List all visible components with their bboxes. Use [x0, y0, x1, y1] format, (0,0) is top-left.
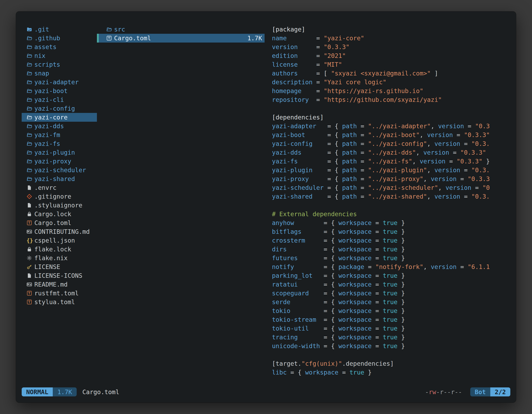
preview-line: serde = { workspace = true } [272, 298, 511, 306]
markdown-icon [27, 282, 34, 287]
file-name: README.md [34, 281, 68, 288]
preview-line: yazi-boot = { path = "../yazi-boot", ver… [272, 131, 511, 139]
preview-line: libc = { workspace = true } [272, 368, 511, 377]
file-name: yazi-scheduler [34, 166, 86, 174]
preview-line: unicode-width = { workspace = true } [272, 342, 511, 350]
preview-pane: [package]name = "yazi-core"version = "0.… [272, 25, 511, 377]
file-item-LICENSE[interactable]: LICENSE [22, 262, 97, 271]
file-item-yazi-cli[interactable]: yazi-cli [22, 95, 97, 104]
file-item-.gitignore[interactable]: .gitignore [22, 192, 97, 201]
file-name: yazi-adapter [34, 78, 79, 86]
preview-line: # External dependencies [272, 210, 511, 219]
status-left: NORMAL 1.7K Cargo.toml [22, 387, 119, 396]
file-item-Cargo.lock[interactable]: Cargo.lock [22, 210, 97, 219]
preview-line: name = "yazi-core" [272, 34, 511, 43]
position-badge: Bot [470, 387, 490, 396]
file-item-yazi-boot[interactable]: yazi-boot [22, 87, 97, 95]
mode-badge: NORMAL [22, 387, 53, 396]
preview-line: [target."cfg(unix)".dependencies] [272, 359, 511, 368]
file-item-README.md[interactable]: README.md [22, 280, 97, 289]
preview-line: parking_lot = { workspace = true } [272, 271, 511, 280]
cursor-marker [97, 34, 99, 43]
file-name: yazi-shared [34, 175, 75, 183]
file-item-snap[interactable]: snap [22, 69, 97, 78]
file-name: yazi-proxy [34, 158, 71, 165]
preview-line: tokio = { workspace = true } [272, 306, 511, 315]
preview-line: version = "0.3.3" [272, 43, 511, 51]
file-item-cspell.json[interactable]: {}cspell.json [22, 236, 97, 245]
preview-line: scopeguard = { workspace = true } [272, 289, 511, 298]
preview-line [272, 350, 511, 359]
file-item-yazi-adapter[interactable]: yazi-adapter [22, 78, 97, 87]
file-item-src[interactable]: src [97, 25, 265, 34]
file-item-yazi-fs[interactable]: yazi-fs [22, 139, 97, 148]
folder-icon [27, 71, 34, 76]
file-name: yazi-fm [34, 131, 60, 138]
preview-line: tokio-stream = { workspace = true } [272, 315, 511, 324]
file-item-yazi-proxy[interactable]: yazi-proxy [22, 157, 97, 166]
file-item-yazi-plugin[interactable]: yazi-plugin [22, 148, 97, 157]
file-name: src [114, 26, 125, 33]
file-item-.git[interactable]: .git [22, 25, 97, 34]
file-item-yazi-dds[interactable]: yazi-dds [22, 122, 97, 131]
file-name: CONTRIBUTING.md [34, 228, 90, 235]
file-item-scripts[interactable]: scripts [22, 60, 97, 69]
preview-line: dirs = { workspace = true } [272, 245, 511, 254]
preview-line: yazi-scheduler = { path = "../yazi-sched… [272, 183, 511, 192]
git-folder-icon [27, 27, 34, 32]
preview-line: notify = { package = "notify-fork", vers… [272, 262, 511, 271]
file-name: LICENSE [34, 263, 60, 270]
file-name: .envrc [34, 184, 57, 191]
file-item-Cargo.toml[interactable]: Cargo.toml1.7K [97, 34, 265, 43]
preview-line: futures = { workspace = true } [272, 254, 511, 262]
file-item-yazi-config[interactable]: yazi-config [22, 104, 97, 113]
file-name: LICENSE-ICONS [34, 272, 82, 279]
file-name: scripts [34, 61, 60, 68]
folder-icon [27, 115, 34, 120]
file-item-rustfmt.toml[interactable]: rustfmt.toml [22, 289, 97, 298]
file-item-.styluaignore[interactable]: .styluaignore [22, 201, 97, 210]
preview-line: yazi-adapter = { path = "../yazi-adapter… [272, 122, 511, 131]
file-item-yazi-shared[interactable]: yazi-shared [22, 174, 97, 183]
folder-icon [27, 35, 34, 41]
file-item-.github[interactable]: .github [22, 34, 97, 43]
toml-icon [27, 290, 34, 296]
file-item-yazi-fm[interactable]: yazi-fm [22, 131, 97, 139]
file-item-yazi-core[interactable]: yazi-core [22, 113, 97, 122]
file-name: rustfmt.toml [34, 290, 79, 297]
preview-line: ratatui = { workspace = true } [272, 280, 511, 289]
file-item-Cargo.toml[interactable]: Cargo.toml [22, 219, 97, 227]
preview-line: description = "Yazi core logic" [272, 78, 511, 87]
file-item-stylua.toml[interactable]: stylua.toml [22, 298, 97, 306]
file-item-nix[interactable]: nix [22, 51, 97, 60]
file-item-yazi-scheduler[interactable]: yazi-scheduler [22, 166, 97, 174]
folder-icon [27, 53, 34, 58]
file-name: nix [34, 52, 45, 59]
folder-icon [27, 141, 34, 146]
folder-icon [27, 44, 34, 50]
preview-line: yazi-dds = { path = "../yazi-dds", versi… [272, 148, 511, 157]
file-name: Cargo.toml [114, 35, 151, 42]
markdown-icon [27, 229, 34, 234]
preview-line: yazi-config = { path = "../yazi-config",… [272, 139, 511, 148]
file-item-CONTRIBUTING.md[interactable]: CONTRIBUTING.md [22, 227, 97, 236]
file-item-LICENSE-ICONS[interactable]: LICENSE-ICONS [22, 271, 97, 280]
key-icon [27, 264, 34, 270]
preview-line: edition = "2021" [272, 51, 511, 60]
file-name: snap [34, 70, 49, 77]
folder-icon [27, 150, 34, 155]
file-name: .git [34, 26, 49, 33]
folder-icon [27, 62, 34, 67]
file-item-assets[interactable]: assets [22, 43, 97, 51]
folder-icon [27, 167, 34, 173]
gear-icon [27, 255, 34, 261]
file-item-.envrc[interactable]: .envrc [22, 183, 97, 192]
preview-line: repository = "https://github.com/sxyazi/… [272, 95, 511, 104]
file-item-flake.nix[interactable]: flake.nix [22, 254, 97, 262]
folder-icon [27, 132, 34, 138]
diamond-icon [27, 194, 34, 199]
file-name: Cargo.lock [34, 211, 71, 218]
file-item-flake.lock[interactable]: flake.lock [22, 245, 97, 254]
preview-line: crossterm = { workspace = true } [272, 236, 511, 245]
file-name: yazi-fs [34, 140, 60, 147]
